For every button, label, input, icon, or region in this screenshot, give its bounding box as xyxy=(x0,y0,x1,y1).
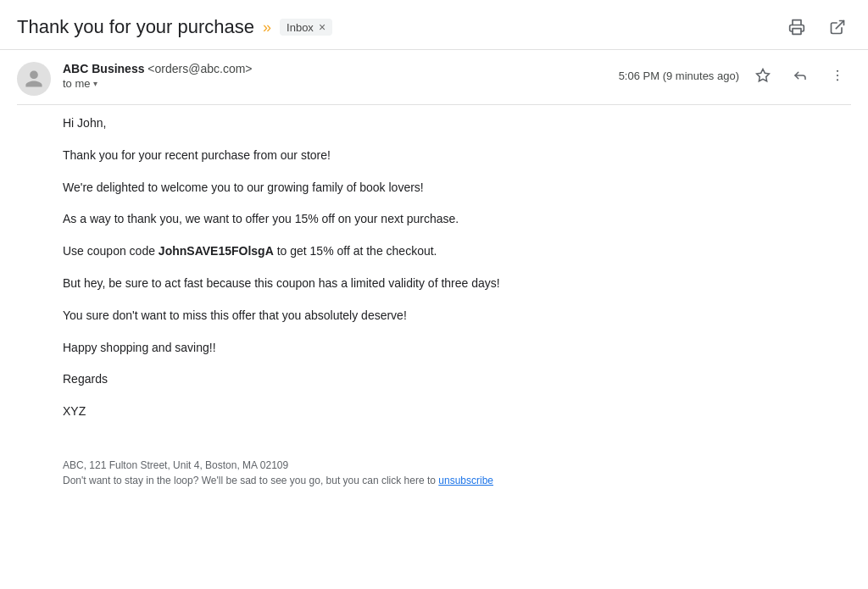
coupon-prefix: Use coupon code xyxy=(63,244,159,258)
sender-info: ABC Business <orders@abc.com> to me ▾ xyxy=(63,62,607,90)
to-line: to me ▾ xyxy=(63,77,607,90)
unsubscribe-link[interactable]: unsubscribe xyxy=(438,475,493,486)
regards: Regards xyxy=(63,370,851,390)
to-dropdown-icon[interactable]: ▾ xyxy=(93,79,97,88)
coupon-suffix: to get 15% off at the checkout. xyxy=(274,244,437,258)
body-paragraph-6: You sure don't want to miss this offer t… xyxy=(63,306,851,326)
svg-line-1 xyxy=(836,21,843,29)
svg-marker-2 xyxy=(757,69,770,81)
unsubscribe-prefix: Don't want to stay in the loop? We'll be… xyxy=(63,475,438,486)
greeting: Hi John, xyxy=(63,114,851,134)
svg-point-4 xyxy=(837,75,838,76)
sender-name: ABC Business xyxy=(63,62,144,75)
email-header: Thank you for your purchase » Inbox × xyxy=(0,0,868,50)
avatar xyxy=(17,62,51,96)
sender-row: ABC Business <orders@abc.com> to me ▾ 5:… xyxy=(0,50,868,104)
print-button[interactable] xyxy=(783,14,810,41)
inbox-badge-close[interactable]: × xyxy=(319,20,326,34)
external-link-button[interactable] xyxy=(824,14,851,41)
header-actions xyxy=(783,14,851,41)
reply-button[interactable] xyxy=(787,62,814,89)
star-button[interactable] xyxy=(749,62,776,89)
inbox-badge: Inbox × xyxy=(280,19,332,36)
inbox-badge-label: Inbox xyxy=(287,21,314,34)
coupon-code: JohnSAVE15FOlsgA xyxy=(159,244,274,258)
body-paragraph-3: As a way to thank you, we want to offer … xyxy=(63,209,851,230)
svg-point-5 xyxy=(837,79,838,81)
svg-rect-0 xyxy=(793,29,801,35)
footer-unsubscribe-line: Don't want to stay in the loop? We'll be… xyxy=(63,475,851,486)
body-paragraph-4: Use coupon code JohnSAVE15FOlsgA to get … xyxy=(63,242,851,262)
body-paragraph-1: Thank you for your recent purchase from … xyxy=(63,146,851,166)
sender-name-line: ABC Business <orders@abc.com> xyxy=(63,62,607,75)
signature: XYZ xyxy=(63,402,851,422)
footer-address: ABC, 121 Fulton Street, Unit 4, Boston, … xyxy=(63,459,851,471)
to-label: to me xyxy=(63,77,91,90)
timestamp: 5:06 PM (9 minutes ago) xyxy=(619,69,739,82)
sender-email: <orders@abc.com> xyxy=(147,62,252,75)
more-button[interactable] xyxy=(824,62,851,89)
title-text: Thank you for your purchase xyxy=(17,16,254,38)
email-footer: ABC, 121 Fulton Street, Unit 4, Boston, … xyxy=(0,442,868,507)
email-body: Hi John, Thank you for your recent purch… xyxy=(0,105,868,442)
forward-icon: » xyxy=(263,19,271,36)
body-paragraph-5: But hey, be sure to act fast because thi… xyxy=(63,274,851,294)
svg-point-3 xyxy=(837,70,838,72)
email-title: Thank you for your purchase » Inbox × xyxy=(17,16,783,38)
body-paragraph-2: We're delighted to welcome you to our gr… xyxy=(63,178,851,198)
body-paragraph-7: Happy shopping and saving!! xyxy=(63,338,851,358)
sender-meta: 5:06 PM (9 minutes ago) xyxy=(619,62,851,89)
